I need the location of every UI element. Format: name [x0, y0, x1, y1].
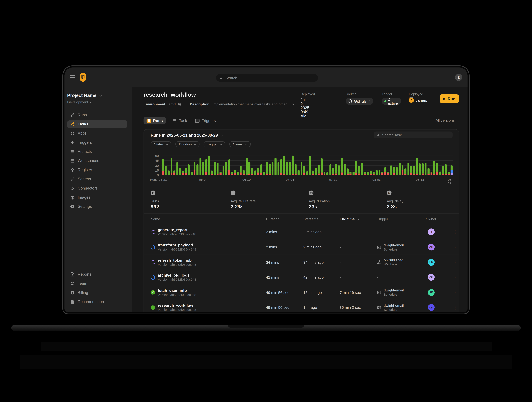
run-status-icon: ✓	[151, 305, 155, 310]
owner-avatar[interactable]: UN	[428, 259, 435, 266]
table-row[interactable]: refresh_token_jobVersion: ab5932f039dc94…	[144, 254, 459, 270]
duration-cell: 34 mins	[266, 260, 303, 264]
sidebar-item-settings[interactable]: Settings	[67, 203, 127, 210]
row-menu-button[interactable]: ⋮	[451, 275, 459, 280]
chart-bar	[188, 164, 190, 175]
col-end-time-sorted[interactable]: End time	[340, 217, 377, 221]
row-menu-button[interactable]: ⋮	[451, 245, 459, 250]
trigger-status-badge[interactable]: 2 active	[382, 98, 401, 105]
sidebar-item-workspaces[interactable]: Workspaces	[67, 157, 127, 165]
tab-triggers[interactable]: Triggers	[194, 117, 217, 124]
key-icon	[70, 177, 75, 181]
chart-bar	[300, 162, 302, 175]
chart-bar	[410, 166, 412, 175]
task-name-cell[interactable]: archive_old_logsVersion: ab5932f039dc948	[151, 273, 266, 282]
chart-bar	[205, 160, 207, 175]
sidebar-item-documentation[interactable]: Documentation	[67, 298, 127, 306]
sidebar-item-registry[interactable]: Registry	[67, 166, 127, 174]
date-range-dropdown[interactable]: Runs in 2025-05-21 and 2025-08-29	[151, 133, 223, 138]
owner-avatar[interactable]: EF	[428, 229, 435, 235]
active-dot-icon	[384, 100, 386, 102]
top-bar: E	[64, 68, 468, 87]
user-avatar[interactable]: E	[455, 74, 462, 81]
cube-icon	[70, 168, 75, 172]
task-name-cell[interactable]: refresh_token_jobVersion: ab5932f039dc94…	[151, 258, 266, 267]
chart-bar	[422, 163, 424, 175]
run-button[interactable]: Run	[440, 94, 459, 103]
sidebar-item-tasks[interactable]: Tasks	[67, 120, 127, 128]
github-icon	[348, 99, 352, 103]
table-row[interactable]: generate_reportVersion: ab5932f039dc9482…	[144, 224, 459, 240]
chart-bar	[295, 164, 297, 175]
chart-bar	[332, 168, 334, 175]
table-row[interactable]: ✓research_workflowVersion: ab5932f039dc9…	[144, 300, 459, 312]
hamburger-menu-icon[interactable]	[70, 75, 75, 79]
row-menu-button[interactable]: ⋮	[451, 260, 459, 265]
table-row[interactable]: transform_payloadVersion: ab5932f039dc94…	[144, 240, 459, 254]
versions-dropdown[interactable]: All versions	[436, 118, 459, 122]
filter-owner[interactable]: Owner	[229, 141, 251, 147]
col-name[interactable]: Name	[151, 217, 266, 221]
project-switcher[interactable]: Project Name	[67, 93, 102, 98]
sidebar-item-artifacts[interactable]: Artifacts	[67, 148, 127, 155]
row-menu-button[interactable]: ⋮	[451, 229, 459, 235]
filter-duration[interactable]: Duration	[176, 141, 200, 147]
col-start-time[interactable]: Start time	[303, 217, 340, 221]
owner-avatar[interactable]: GH	[428, 244, 435, 251]
row-menu-button[interactable]: ⋮	[451, 305, 459, 310]
source-label: Source	[346, 92, 356, 96]
sidebar-item-images[interactable]: Images	[67, 194, 127, 201]
sidebar-item-team[interactable]: Team	[67, 280, 127, 287]
filter-trigger[interactable]: Trigger	[204, 141, 225, 147]
owner-avatar[interactable]: CD	[428, 304, 435, 311]
sidebar-item-triggers[interactable]: Triggers	[67, 139, 127, 146]
chart-bar	[361, 163, 363, 175]
table-row[interactable]: archive_old_logsVersion: ab5932f039dc948…	[144, 270, 459, 285]
search-input[interactable]	[225, 75, 315, 80]
sidebar-item-reports[interactable]: Reports	[67, 271, 127, 278]
sidebar-item-apps[interactable]: Apps	[67, 130, 127, 137]
page-title: research_workflow	[144, 92, 196, 98]
chart-bar	[263, 172, 265, 175]
sidebar-item-billing[interactable]: Billing	[67, 289, 127, 297]
table-body: generate_reportVersion: ab5932f039dc9482…	[144, 224, 459, 312]
app-logo-icon[interactable]	[80, 73, 86, 82]
sidebar-item-runs[interactable]: Runs	[67, 111, 127, 119]
task-name-cell[interactable]: ✓fetch_user_infoVersion: ab5932f039dc948	[151, 288, 266, 297]
github-link[interactable]: GitHub	[346, 98, 373, 105]
copy-icon[interactable]	[178, 102, 182, 106]
browser-window-icon	[70, 159, 75, 163]
col-duration[interactable]: Duration	[266, 217, 303, 221]
global-search[interactable]	[216, 74, 318, 82]
tab-task[interactable]: Task	[171, 117, 189, 124]
chevron-right-icon[interactable]	[291, 103, 295, 106]
webhook-icon	[377, 260, 381, 265]
tab-runs[interactable]: Runs	[144, 117, 166, 124]
chart-bar	[315, 168, 317, 175]
col-trigger[interactable]: Trigger	[377, 217, 426, 221]
task-name-cell[interactable]: transform_payloadVersion: ab5932f039dc94…	[151, 243, 266, 252]
chart-bar	[425, 163, 427, 175]
owner-avatar[interactable]: CD	[428, 274, 435, 281]
col-owner[interactable]: Owner	[426, 217, 451, 221]
chevron-down-icon	[220, 143, 222, 145]
task-name-cell[interactable]: ✓research_workflowVersion: ab5932f039dc9…	[151, 303, 266, 312]
environment-switcher[interactable]: Development	[67, 100, 92, 104]
task-search[interactable]	[374, 131, 453, 138]
sidebar-item-secrets[interactable]: Secrets	[67, 175, 127, 183]
task-search-input[interactable]	[381, 133, 450, 137]
filter-status[interactable]: Status	[151, 141, 171, 147]
end-time-cell: -	[340, 275, 377, 279]
sidebar-item-connectors[interactable]: Connectors	[67, 184, 127, 192]
task-name-cell[interactable]: generate_reportVersion: ab5932f039dc948	[151, 228, 266, 236]
chart-bar	[399, 163, 401, 175]
chart-bar	[405, 168, 406, 175]
page: E Project Name Development Runs Tasks	[0, 24, 532, 378]
chart-bar	[254, 170, 256, 175]
run-status-icon	[150, 274, 156, 280]
stat-runs: Runs 992	[144, 186, 223, 213]
table-row[interactable]: ✓fetch_user_infoVersion: ab5932f039dc948…	[144, 285, 459, 300]
chart-bar	[370, 171, 372, 175]
row-menu-button[interactable]: ⋮	[451, 290, 459, 295]
owner-avatar[interactable]: AB	[428, 289, 435, 296]
